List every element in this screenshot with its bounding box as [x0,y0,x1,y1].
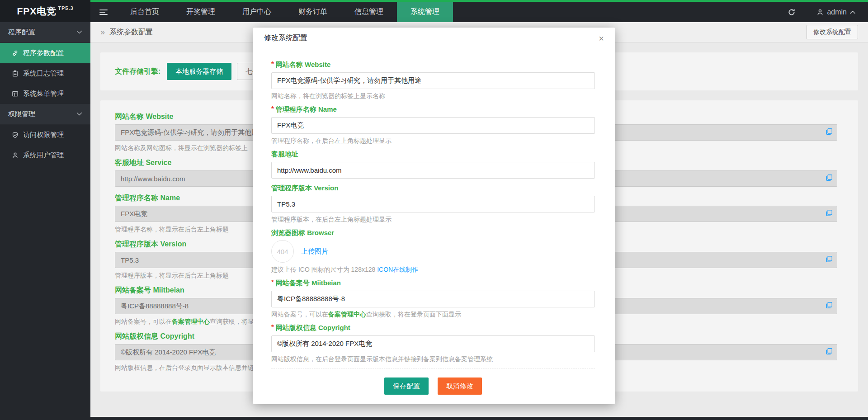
sidebar-item-label: 访问权限管理 [23,131,64,139]
nav-item-finance[interactable]: 财务订单 [285,2,341,22]
modal-field-miitbeian: * 网站备案号 Miitbeian 网站备案号，可以在备案管理中心查询获取，将在… [271,278,595,318]
chevron-down-icon [76,30,82,34]
app-logo-text: FPX电竞 [17,5,57,18]
nav-item-info[interactable]: 信息管理 [341,2,397,22]
top-nav: 后台首页 开奖管理 用户中心 财务订单 信息管理 系统管理 [117,2,453,22]
app-logo: FPX电竞 TP5.3 [0,0,90,22]
modal-footer: 保存配置 取消修改 [271,368,595,406]
field-help: 建议上传 ICO 图标的尺寸为 128x128 ICON在线制作 [271,266,595,274]
name-input[interactable] [271,117,595,134]
modal-title-bar: 修改系统配置 × [253,28,615,49]
field-label: 网站名称 Website [276,60,330,69]
copy-icon[interactable] [826,209,833,218]
field-help: 网站版权信息，在后台登录页面显示版本信息并链接到备案到信息备案管理系统 [271,355,595,363]
refresh-icon[interactable] [788,8,796,16]
nav-item-lottery[interactable]: 开奖管理 [173,2,229,22]
modal-title: 修改系统配置 [264,33,307,43]
upload-image-link[interactable]: 上传图片 [301,247,328,256]
website-input[interactable] [271,72,595,89]
required-icon: * [271,278,274,286]
sidebar-item-label: 系统日志管理 [23,69,64,78]
miitbeian-input[interactable] [271,291,595,307]
sidebar-group-program-config[interactable]: 程序配置 [0,22,90,43]
sidebar-item-program-params[interactable]: 程序参数配置 [0,43,90,63]
field-help: 网站名称，将在浏览器的标签上显示名称 [271,92,595,100]
page: FPX电竞 TP5.3 后台首页 开奖管理 用户中心 财务订单 信息管理 系统管… [0,0,868,420]
copy-icon[interactable] [826,174,833,183]
sidebar-item-system-users[interactable]: 系统用户管理 [0,145,90,165]
field-label: 管理程序版本 Version [271,184,338,192]
modal-field-copyright: * 网站版权信息 Copyright 网站版权信息，在后台登录页面显示版本信息并… [271,323,595,363]
sidebar-group-label: 程序配置 [8,28,35,37]
page-bottom-strip [0,417,868,420]
field-label: 管理程序名称 Name [276,105,337,113]
save-config-button[interactable]: 保存配置 [384,378,429,395]
link-icon [12,50,19,57]
required-icon: * [271,59,274,68]
breadcrumb-arrow-icon: » [100,28,105,37]
sidebar-item-system-logs[interactable]: 系统日志管理 [0,63,90,84]
user-icon [816,9,824,16]
hamburger-icon[interactable] [90,2,117,22]
sidebar: 程序配置 程序参数配置 系统日志管理 系统菜单管理 权限管理 [0,22,90,417]
field-help: 网站备案号，可以在备案管理中心查询获取，将在登录页面下面显示 [271,311,595,318]
copy-icon[interactable] [826,348,833,357]
field-label: 浏览器图标 Browser [271,228,334,237]
favicon-placeholder[interactable]: 404 [271,240,294,263]
field-help: 管理程序版本，在后台左上角标题处理显示 [271,216,595,223]
beian-center-link[interactable]: 备案管理中心 [328,311,366,318]
user-menu[interactable]: admin [816,8,855,16]
field-label: 网站版权信息 Copyright [276,323,350,332]
chevron-up-icon [850,10,855,14]
sidebar-item-label: 系统用户管理 [23,151,64,160]
beian-center-link[interactable]: 备案管理中心 [172,318,210,325]
chevron-down-icon [76,112,82,116]
icon-maker-link[interactable]: ICON在线制作 [377,266,418,273]
sidebar-item-access-permissions[interactable]: 访问权限管理 [0,125,90,145]
copy-icon[interactable] [826,302,833,311]
field-help: 管理程序名称，在后台左上角标题处理显示 [271,137,595,145]
copyright-input[interactable] [271,335,595,352]
modal-body: * 网站名称 Website 网站名称，将在浏览器的标签上显示名称 * 管理程序… [253,49,615,406]
top-right-area: admin [788,2,868,22]
modal-field-name: * 管理程序名称 Name 管理程序名称，在后台左上角标题处理显示 [271,105,595,145]
service-input[interactable] [271,162,595,179]
required-icon: * [271,322,274,331]
version-input[interactable] [271,196,595,212]
user-name: admin [827,8,847,16]
required-icon: * [271,104,274,113]
copy-icon[interactable] [826,255,833,264]
app-version-badge: TP5.3 [58,5,73,11]
field-label: 客服地址 [271,150,298,158]
nav-item-dashboard[interactable]: 后台首页 [117,2,173,22]
storage-engine-label: 文件存储引擎: [115,67,160,76]
sidebar-item-label: 系统菜单管理 [23,90,64,98]
modal-field-service: 客服地址 [271,150,595,179]
user-icon [12,152,19,159]
sidebar-item-system-menu[interactable]: 系统菜单管理 [0,84,90,104]
top-nav-area: 后台首页 开奖管理 用户中心 财务订单 信息管理 系统管理 admin [90,0,868,22]
modal-field-website: * 网站名称 Website 网站名称，将在浏览器的标签上显示名称 [271,60,595,100]
close-icon[interactable]: × [599,34,604,43]
modify-config-modal: 修改系统配置 × * 网站名称 Website 网站名称，将在浏览器的标签上显示… [253,28,615,404]
sidebar-item-label: 程序参数配置 [23,49,64,57]
sidebar-group-permissions[interactable]: 权限管理 [0,104,90,125]
nav-item-users[interactable]: 用户中心 [229,2,285,22]
shield-check-icon [12,132,19,138]
top-bar: FPX电竞 TP5.3 后台首页 开奖管理 用户中心 财务订单 信息管理 系统管… [0,0,868,22]
layout-icon [12,90,19,97]
copy-icon[interactable] [826,128,833,137]
modal-field-browser-icon: 浏览器图标 Browser 404 上传图片 建议上传 ICO 图标的尺寸为 1… [271,228,595,274]
cancel-button[interactable]: 取消修改 [438,378,482,395]
clipboard-icon [12,70,19,77]
field-label: 网站备案号 Miitbeian [276,278,341,287]
storage-local-button[interactable]: 本地服务器存储 [167,63,231,80]
modify-system-config-button[interactable]: 修改系统配置 [807,25,858,39]
sidebar-group-label: 权限管理 [8,110,35,118]
modal-field-version: 管理程序版本 Version 管理程序版本，在后台左上角标题处理显示 [271,184,595,223]
nav-item-system[interactable]: 系统管理 [397,2,453,22]
page-title: 系统参数配置 [109,28,153,37]
